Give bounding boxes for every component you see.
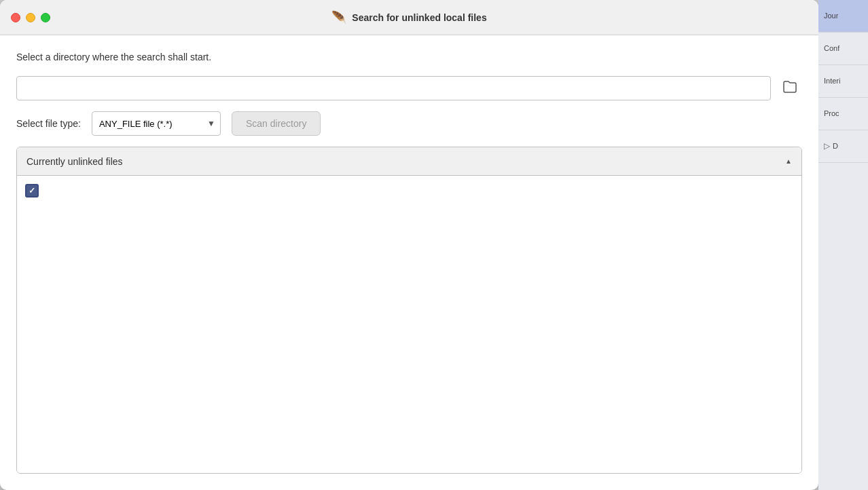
section-title: Currently unlinked files: [26, 156, 123, 167]
title-bar: 🪶 Search for unlinked local files: [0, 0, 818, 35]
file-type-select-wrapper: ANY_FILE file (*.*) PDF file (*.pdf) Ima…: [92, 111, 221, 136]
window-title: Search for unlinked local files: [352, 12, 486, 23]
maximize-button[interactable]: [41, 13, 50, 22]
folder-browse-button[interactable]: [778, 76, 802, 100]
sidebar-item-inter[interactable]: Interi: [818, 65, 868, 98]
traffic-lights: [11, 13, 50, 22]
instruction-text: Select a directory where the search shal…: [16, 52, 802, 62]
sidebar-item-journal-label: Jour: [824, 11, 838, 20]
options-row: Select file type: ANY_FILE file (*.*) PD…: [16, 111, 802, 136]
app-icon: 🪶: [331, 10, 346, 25]
sidebar-item-inter-label: Interi: [824, 76, 840, 86]
content-area: Select a directory where the search shal…: [0, 35, 818, 490]
window-title-group: 🪶 Search for unlinked local files: [331, 10, 486, 25]
sidebar-item-d-label: D: [833, 141, 838, 151]
sidebar-item-proc-label: Proc: [824, 109, 839, 118]
unlinked-files-section: Currently unlinked files ▲: [16, 147, 802, 474]
sidebar-item-d-icon: ▷: [824, 141, 830, 151]
sidebar-item-proc[interactable]: Proc: [818, 98, 868, 130]
main-window: 🪶 Search for unlinked local files Select…: [0, 0, 818, 490]
close-button[interactable]: [11, 13, 20, 22]
directory-input[interactable]: [16, 76, 771, 100]
select-all-checkbox[interactable]: [25, 184, 39, 197]
scan-directory-button[interactable]: Scan directory: [232, 111, 321, 136]
checkbox-item: [25, 184, 793, 197]
minimize-button[interactable]: [26, 13, 35, 22]
file-type-label: Select file type:: [16, 118, 81, 129]
section-header[interactable]: Currently unlinked files ▲: [17, 147, 801, 176]
sidebar-item-conf[interactable]: Conf: [818, 33, 868, 65]
section-content: [17, 176, 801, 473]
collapse-icon: ▲: [785, 157, 792, 165]
folder-icon: [782, 80, 797, 97]
sidebar-item-conf-label: Conf: [824, 43, 839, 53]
right-sidebar: Jour Conf Interi Proc ▷ D: [818, 0, 868, 490]
sidebar-item-journal[interactable]: Jour: [818, 0, 868, 33]
file-type-select[interactable]: ANY_FILE file (*.*) PDF file (*.pdf) Ima…: [92, 111, 221, 136]
sidebar-item-d[interactable]: ▷ D: [818, 130, 868, 163]
directory-row: [16, 76, 802, 100]
